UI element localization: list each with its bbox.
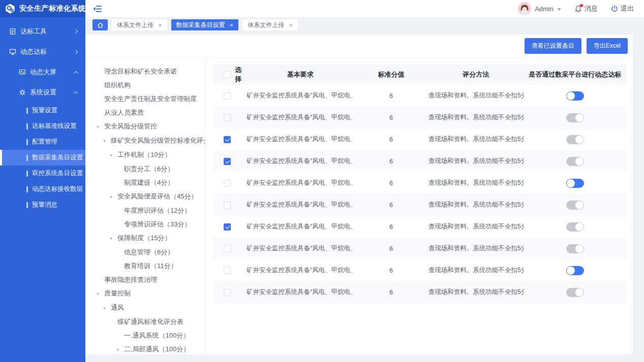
tree-node-16[interactable]: ▾质量控制: [97, 286, 205, 301]
tree-node-20[interactable]: ▾二.局部通风（100分）: [97, 342, 205, 354]
tree-node-12[interactable]: ▾保障制度（15分）: [97, 231, 205, 245]
toggle-switch[interactable]: [566, 179, 584, 188]
row-checkbox[interactable]: [224, 202, 231, 209]
tree-node-18[interactable]: 煤矿通风标准化评分表: [97, 315, 205, 328]
table-row: 矿井安全监控系统具备“风电、甲烷电、故障”闭锁及手...6查现场和资料。系统功能…: [213, 150, 627, 172]
row-checkbox[interactable]: [224, 92, 231, 100]
cell-score: 6: [354, 267, 428, 274]
tab-label: 数据采集条目设置: [176, 21, 225, 29]
tree-node-3[interactable]: 从业人员素质: [97, 106, 205, 119]
table-row: 矿井安全监控系统具备“风电、甲烷电、故障”闭锁及手...6查现场和资料。系统功能…: [213, 194, 627, 216]
tree-node-15[interactable]: 事故隐患排查治理: [97, 273, 205, 286]
toggle-switch[interactable]: [566, 157, 584, 166]
table-row: 矿井安全监控系统具备“风电、甲烷电、故障”闭锁及手...6查现场和资料。系统功能…: [213, 281, 627, 303]
row-checkbox[interactable]: [224, 114, 231, 121]
tree-node-label: 理念目标和矿长安全承诺: [104, 68, 177, 75]
sidebar-item-4[interactable]: 预警设置: [0, 103, 85, 118]
tree-node-4[interactable]: ▾安全风险分级管控: [97, 119, 205, 134]
tab-home[interactable]: [93, 19, 108, 30]
sidebar-item-8[interactable]: 双控系统条目设置: [0, 166, 85, 181]
collapse-sidebar-icon[interactable]: [93, 5, 102, 13]
tab-1[interactable]: 数据采集条目设置×: [171, 19, 239, 30]
header-checkbox[interactable]: [224, 71, 231, 78]
tab-2[interactable]: 体系文件上传×: [242, 19, 298, 30]
sidebar-item-2[interactable]: 动态大屏: [0, 62, 85, 82]
tab-0[interactable]: 体系文件上传×: [112, 19, 167, 30]
sidebar-item-6[interactable]: 配置管理: [0, 134, 85, 150]
tree-node-7[interactable]: 职责分工（6分）: [97, 162, 205, 176]
table-row: 矿井安全监控系统具备“风电、甲烷电、故障”闭锁及手...6查现场和资料。系统功能…: [213, 85, 627, 107]
table-body: 矿井安全监控系统具备“风电、甲烷电、故障”闭锁及手...6查现场和资料。系统功能…: [213, 85, 627, 303]
caret-down-icon[interactable]: ▾: [97, 287, 104, 301]
item-marker: [26, 171, 28, 177]
tab-close-icon[interactable]: ×: [158, 22, 162, 28]
sidebar-item-3[interactable]: 系统设置: [0, 82, 85, 103]
tab-close-icon[interactable]: ×: [230, 22, 234, 28]
sidebar-item-1[interactable]: 动态达标: [0, 42, 85, 62]
tree-node-label: 制度建设（4分）: [124, 179, 174, 186]
tab-close-icon[interactable]: ×: [289, 22, 293, 28]
sidebar-item-label: 配置管理: [32, 138, 57, 146]
cell-requirement: 矿井安全监控系统具备“风电、甲烷电、故障”闭锁及手...: [247, 91, 354, 100]
row-checkbox[interactable]: [224, 180, 231, 187]
toggle-knob: [575, 245, 584, 253]
logout-button[interactable]: 退出: [611, 4, 634, 13]
tree-node-5[interactable]: ▾煤矿安全风险分级管控标准化评分表: [97, 134, 205, 148]
toggle-switch[interactable]: [566, 244, 584, 253]
tree-node-17[interactable]: ▾通风: [97, 301, 205, 315]
tree-node-10[interactable]: 年度辨识评估（12分）: [97, 204, 205, 217]
caret-down-icon[interactable]: ▾: [103, 301, 111, 315]
view-configured-button[interactable]: 查看已设置条目: [525, 38, 581, 54]
toggle-switch[interactable]: [566, 91, 584, 101]
caret-down-icon[interactable]: ▾: [97, 120, 104, 134]
toggle-knob: [575, 157, 584, 166]
table-row: 矿井安全监控系统具备“风电、甲烷电、故障”闭锁及手...6查现场和资料。系统功能…: [213, 172, 627, 194]
user-menu[interactable]: Admin: [518, 2, 561, 15]
toggle-switch[interactable]: [566, 288, 584, 297]
panel-body: 理念目标和矿长安全承诺组织机构安全生产责任制及安全管理制度从业人员素质▾安全风险…: [85, 58, 633, 354]
row-checkbox[interactable]: [224, 223, 231, 231]
caret-down-icon[interactable]: ▾: [110, 148, 117, 162]
cell-requirement: 矿井安全监控系统具备“风电、甲烷电、故障”闭锁及手...: [247, 288, 354, 297]
home-icon: [97, 22, 104, 28]
row-checkbox[interactable]: [224, 245, 231, 252]
tree-node-19[interactable]: 一.通风系统（100分）: [97, 328, 205, 342]
toggle-knob: [575, 114, 584, 122]
tree-node-8[interactable]: 制度建设（4分）: [97, 176, 205, 189]
sidebar-item-10[interactable]: 预警消息: [0, 197, 85, 213]
messages-button[interactable]: 消息: [574, 4, 598, 13]
sidebar-item-0[interactable]: 达标工具: [0, 21, 85, 42]
tab-label: 体系文件上传: [248, 21, 284, 29]
power-icon: [611, 5, 618, 12]
tree-node-9[interactable]: ▾安全风险便是评估（45分）: [97, 189, 205, 204]
avatar: [518, 2, 531, 15]
tree-node-0[interactable]: 理念目标和矿长安全承诺: [97, 64, 205, 78]
toggle-switch[interactable]: [566, 266, 584, 275]
sidebar-item-5[interactable]: 达标基准线设置: [0, 118, 85, 134]
screen-icon: [19, 69, 26, 76]
tree-node-14[interactable]: 教育培训（11分）: [97, 259, 205, 273]
cell-method: 查现场和资料。系统功能不全扣5分，其他不...: [428, 157, 524, 166]
row-checkbox[interactable]: [224, 289, 231, 296]
row-checkbox[interactable]: [224, 136, 231, 143]
row-checkbox[interactable]: [224, 158, 231, 165]
tree-node-2[interactable]: 安全生产责任制及安全管理制度: [97, 92, 205, 106]
export-excel-button[interactable]: 导出Excel: [587, 38, 628, 54]
tree-node-1[interactable]: 组织机构: [97, 78, 205, 92]
doc-icon: [9, 28, 17, 35]
toggle-switch[interactable]: [566, 113, 584, 122]
tree-node-11[interactable]: 专项辨识评估（33分）: [97, 217, 205, 231]
caret-down-icon[interactable]: ▾: [110, 190, 117, 204]
caret-down-icon[interactable]: ▾: [116, 343, 124, 354]
tree-node-6[interactable]: ▾工作机制（10分）: [97, 148, 205, 162]
caret-down-icon[interactable]: ▾: [103, 134, 111, 148]
toggle-switch[interactable]: [566, 222, 584, 232]
row-checkbox[interactable]: [224, 267, 231, 274]
toggle-switch[interactable]: [566, 201, 584, 210]
cell-score: 6: [354, 114, 428, 121]
caret-down-icon[interactable]: ▾: [110, 232, 117, 245]
tree-node-13[interactable]: 信息管理（6分）: [97, 245, 205, 259]
sidebar-item-7[interactable]: 数据采集条目设置: [0, 150, 85, 166]
sidebar-item-9[interactable]: 动态达标接收数据: [0, 181, 85, 197]
toggle-switch[interactable]: [566, 135, 584, 144]
